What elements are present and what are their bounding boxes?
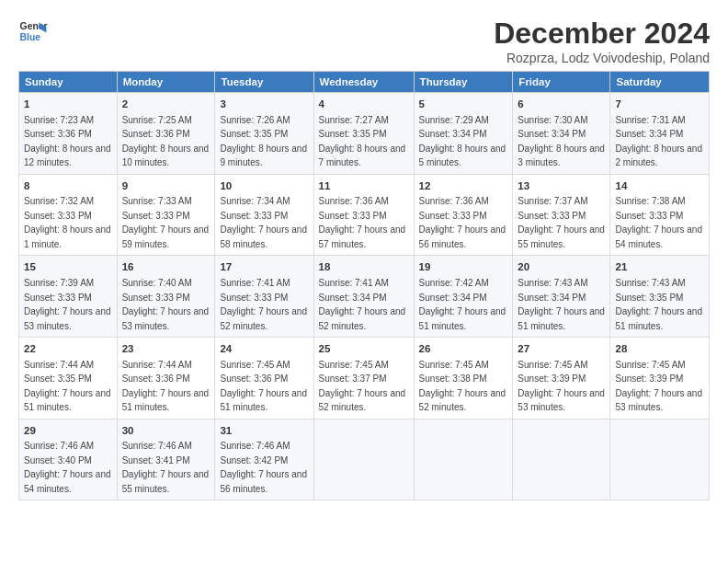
page: General Blue December 2024 Rozprza, Lodz…: [0, 0, 728, 510]
calendar-cell: 13Sunrise: 7:37 AMSunset: 3:33 PMDayligh…: [513, 174, 610, 256]
sunset-info: Sunset: 3:33 PM: [24, 293, 92, 303]
sunrise-info: Sunrise: 7:36 AM: [319, 196, 389, 206]
subtitle: Rozprza, Lodz Voivodeship, Poland: [494, 51, 710, 65]
calendar-cell: 4Sunrise: 7:27 AMSunset: 3:35 PMDaylight…: [313, 93, 414, 175]
calendar-week-5: 29Sunrise: 7:46 AMSunset: 3:40 PMDayligh…: [19, 419, 710, 500]
day-number: 12: [419, 178, 508, 194]
calendar-cell: 17Sunrise: 7:41 AMSunset: 3:33 PMDayligh…: [215, 256, 313, 338]
sunrise-info: Sunrise: 7:46 AM: [220, 441, 290, 451]
day-number: 6: [518, 97, 605, 112]
day-number: 18: [319, 259, 409, 275]
daylight-info: Daylight: 7 hours and 55 minutes.: [122, 469, 210, 494]
daylight-info: Daylight: 7 hours and 53 minutes.: [615, 388, 702, 413]
sunrise-info: Sunrise: 7:38 AM: [615, 196, 685, 206]
logo: General Blue: [18, 17, 48, 46]
sunrise-info: Sunrise: 7:23 AM: [24, 115, 94, 125]
calendar-cell: 3Sunrise: 7:26 AMSunset: 3:35 PMDaylight…: [215, 93, 313, 175]
day-number: 25: [319, 341, 409, 357]
daylight-info: Daylight: 7 hours and 52 minutes.: [419, 388, 506, 413]
sunset-info: Sunset: 3:33 PM: [122, 211, 190, 221]
day-number: 26: [419, 341, 508, 357]
sunset-info: Sunset: 3:36 PM: [24, 129, 92, 139]
sunset-info: Sunset: 3:34 PM: [419, 293, 487, 303]
calendar-week-2: 8Sunrise: 7:32 AMSunset: 3:33 PMDaylight…: [19, 174, 710, 256]
sunrise-info: Sunrise: 7:41 AM: [220, 278, 290, 288]
sunrise-info: Sunrise: 7:45 AM: [419, 360, 489, 370]
calendar-cell: [513, 419, 610, 500]
sunrise-info: Sunrise: 7:46 AM: [24, 441, 94, 451]
sunrise-info: Sunrise: 7:26 AM: [220, 115, 290, 125]
day-number: 21: [615, 259, 704, 275]
calendar-cell: 6Sunrise: 7:30 AMSunset: 3:34 PMDaylight…: [513, 93, 610, 175]
day-number: 10: [220, 178, 308, 194]
main-title: December 2024: [494, 17, 710, 51]
sunset-info: Sunset: 3:33 PM: [419, 211, 487, 221]
sunset-info: Sunset: 3:35 PM: [24, 373, 92, 384]
calendar-cell: 26Sunrise: 7:45 AMSunset: 3:38 PMDayligh…: [414, 338, 513, 419]
svg-text:Blue: Blue: [20, 32, 41, 42]
daylight-info: Daylight: 7 hours and 59 minutes.: [122, 224, 210, 249]
daylight-info: Daylight: 8 hours and 9 minutes.: [220, 144, 307, 168]
sunrise-info: Sunrise: 7:42 AM: [419, 278, 489, 288]
daylight-info: Daylight: 8 hours and 3 minutes.: [518, 144, 605, 168]
calendar-cell: 29Sunrise: 7:46 AMSunset: 3:40 PMDayligh…: [19, 419, 118, 500]
day-number: 24: [220, 341, 308, 357]
sunset-info: Sunset: 3:33 PM: [122, 293, 190, 303]
sunrise-info: Sunrise: 7:45 AM: [615, 360, 685, 370]
daylight-info: Daylight: 7 hours and 52 minutes.: [319, 306, 406, 331]
calendar-cell: 22Sunrise: 7:44 AMSunset: 3:35 PMDayligh…: [19, 338, 118, 419]
logo-icon: General Blue: [18, 17, 48, 46]
daylight-info: Daylight: 7 hours and 51 minutes.: [419, 306, 506, 331]
sunset-info: Sunset: 3:36 PM: [122, 129, 190, 139]
calendar-week-1: 1Sunrise: 7:23 AMSunset: 3:36 PMDaylight…: [19, 93, 710, 175]
calendar-cell: [414, 419, 513, 500]
day-number: 28: [615, 341, 704, 357]
day-number: 30: [122, 423, 210, 439]
day-number: 15: [24, 259, 112, 275]
daylight-info: Daylight: 7 hours and 51 minutes.: [615, 306, 702, 331]
calendar-cell: 10Sunrise: 7:34 AMSunset: 3:33 PMDayligh…: [215, 174, 313, 256]
sunrise-info: Sunrise: 7:31 AM: [615, 115, 685, 125]
col-monday: Monday: [117, 72, 215, 93]
calendar-table: Sunday Monday Tuesday Wednesday Thursday…: [18, 71, 710, 500]
calendar-cell: 31Sunrise: 7:46 AMSunset: 3:42 PMDayligh…: [215, 419, 313, 500]
day-number: 20: [518, 259, 605, 275]
day-number: 23: [122, 341, 210, 357]
daylight-info: Daylight: 7 hours and 54 minutes.: [615, 224, 702, 249]
day-number: 5: [419, 97, 508, 112]
sunset-info: Sunset: 3:34 PM: [319, 293, 387, 303]
calendar-week-4: 22Sunrise: 7:44 AMSunset: 3:35 PMDayligh…: [19, 338, 710, 419]
sunrise-info: Sunrise: 7:36 AM: [419, 196, 489, 206]
day-number: 4: [319, 97, 409, 112]
calendar-cell: 23Sunrise: 7:44 AMSunset: 3:36 PMDayligh…: [117, 338, 215, 419]
calendar-cell: 24Sunrise: 7:45 AMSunset: 3:36 PMDayligh…: [215, 338, 313, 419]
calendar-cell: [313, 419, 414, 500]
day-number: 8: [24, 178, 112, 194]
daylight-info: Daylight: 7 hours and 58 minutes.: [220, 224, 307, 249]
day-number: 9: [122, 178, 210, 194]
calendar-cell: 14Sunrise: 7:38 AMSunset: 3:33 PMDayligh…: [610, 174, 710, 256]
sunrise-info: Sunrise: 7:43 AM: [518, 278, 587, 288]
daylight-info: Daylight: 8 hours and 12 minutes.: [24, 144, 111, 168]
daylight-info: Daylight: 8 hours and 2 minutes.: [615, 144, 702, 168]
daylight-info: Daylight: 7 hours and 51 minutes.: [122, 388, 210, 413]
header: General Blue December 2024 Rozprza, Lodz…: [18, 17, 710, 65]
sunrise-info: Sunrise: 7:46 AM: [122, 441, 192, 451]
day-number: 31: [220, 423, 308, 439]
col-thursday: Thursday: [414, 72, 513, 93]
calendar-cell: 30Sunrise: 7:46 AMSunset: 3:41 PMDayligh…: [117, 419, 215, 500]
sunset-info: Sunset: 3:37 PM: [319, 373, 387, 384]
sunrise-info: Sunrise: 7:27 AM: [319, 115, 389, 125]
calendar-cell: 16Sunrise: 7:40 AMSunset: 3:33 PMDayligh…: [117, 256, 215, 338]
sunset-info: Sunset: 3:33 PM: [518, 211, 586, 221]
sunrise-info: Sunrise: 7:44 AM: [24, 360, 94, 370]
sunrise-info: Sunrise: 7:45 AM: [220, 360, 290, 370]
sunset-info: Sunset: 3:35 PM: [220, 129, 288, 139]
daylight-info: Daylight: 7 hours and 51 minutes.: [24, 388, 111, 413]
daylight-info: Daylight: 7 hours and 53 minutes.: [122, 306, 210, 331]
sunrise-info: Sunrise: 7:39 AM: [24, 278, 94, 288]
daylight-info: Daylight: 7 hours and 54 minutes.: [24, 469, 111, 494]
sunrise-info: Sunrise: 7:32 AM: [24, 196, 94, 206]
sunset-info: Sunset: 3:36 PM: [122, 373, 190, 384]
sunset-info: Sunset: 3:33 PM: [24, 211, 92, 221]
